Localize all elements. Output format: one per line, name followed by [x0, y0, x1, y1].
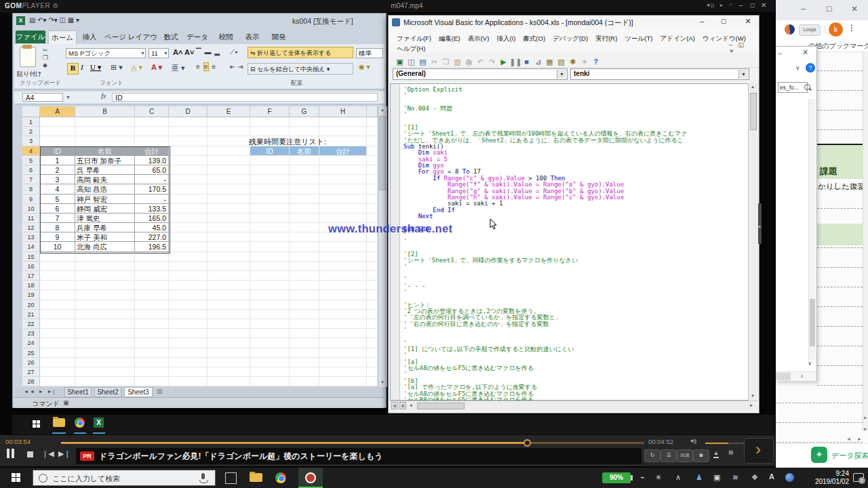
- extension-icon[interactable]: [785, 24, 795, 35]
- chevron-down-icon[interactable]: ∨: [808, 360, 812, 367]
- currency-icon: ◉ ▾: [359, 63, 370, 70]
- scroll-up-icon[interactable]: ▲: [863, 415, 867, 420]
- task-view-icon[interactable]: [225, 472, 237, 484]
- minimize-icon[interactable]: –: [801, 4, 806, 14]
- scrollbar-thumb[interactable]: [810, 299, 815, 346]
- object-combo: (General) ▼: [393, 68, 568, 80]
- hscroll-thumb[interactable]: [776, 373, 791, 380]
- search-input[interactable]: es_fo...: [778, 82, 808, 93]
- col-header: G: [290, 106, 319, 117]
- battery-indicator[interactable]: 90%: [602, 472, 631, 483]
- reset-icon: ■: [521, 58, 532, 66]
- excel-cell: [75, 136, 135, 146]
- seek-handle[interactable]: [524, 439, 531, 447]
- excel-cell: [75, 281, 135, 290]
- excel-cell: 米子 美和: [75, 232, 135, 242]
- cortana-sphere-icon[interactable]: [785, 473, 794, 482]
- maximize-icon[interactable]: ▢: [826, 5, 832, 12]
- vba-menu-row1: ファイル(F)編集(E)表示(V)挿入(I)書式(O)デバッグ(D)実行(R)ツ…: [397, 31, 753, 43]
- volume-icon[interactable]: ◄)): [689, 438, 696, 444]
- panel-icon[interactable]: ⁘: [728, 2, 733, 8]
- excel-cell: 北海 尚広: [75, 242, 135, 251]
- scroll-left-icon[interactable]: ◄: [846, 436, 851, 441]
- chevron-down-icon: ▼: [163, 49, 168, 58]
- scroll-right-icon[interactable]: ►: [857, 436, 862, 441]
- subtitle-button[interactable]: SUB: [677, 449, 693, 462]
- excel-cell: [135, 252, 169, 262]
- bookmarks-label[interactable]: の他のブックマーク: [808, 41, 868, 51]
- excel-cell: [135, 290, 169, 300]
- sound-icon[interactable]: ◄)): [705, 2, 714, 8]
- ad-banner[interactable]: PR ドラゴンボールファン必見!「ドラゴンボール超」後のストーリーを楽しもう: [76, 448, 642, 464]
- chevron-down-icon[interactable]: ∨: [795, 64, 800, 71]
- gear-icon[interactable]: ⚙: [52, 2, 58, 9]
- excel-icon: ▣: [394, 58, 406, 66]
- excel-cell: [208, 262, 250, 271]
- previous-icon[interactable]: ❘◀: [42, 449, 54, 458]
- start-button[interactable]: [0, 468, 33, 488]
- onedrive-icon[interactable]: ♟: [696, 473, 703, 482]
- explore-label[interactable]: データ探索: [831, 451, 868, 461]
- panel-open-button[interactable]: ›: [744, 438, 774, 464]
- excel-cell: 65.0: [135, 165, 169, 175]
- tab-data: データ: [184, 30, 211, 43]
- close-icon[interactable]: ✕: [851, 4, 858, 14]
- clock-time: 9:24: [800, 470, 849, 478]
- excel-cell: [250, 262, 290, 271]
- seek-bar[interactable]: [61, 442, 644, 444]
- video-surface[interactable]: X ▤ ↶▾ ↷▾ ◫ ▦ ▾ ks004 [互換モード] ファイル ホーム 挿…: [0, 12, 775, 434]
- chevron-up-icon[interactable]: ∧: [675, 473, 681, 482]
- excel-cell: 6: [40, 204, 75, 214]
- panel-restore-icon[interactable]: ▭: [778, 51, 783, 56]
- explorer-icon[interactable]: [250, 473, 262, 482]
- people-icon[interactable]: ✳: [655, 473, 661, 482]
- pin-icon[interactable]: ▸: [720, 2, 723, 8]
- maximize-icon[interactable]: ▢: [750, 2, 755, 8]
- playlist-icon[interactable]: ≡: [728, 447, 734, 458]
- next-icon[interactable]: ▶❘: [58, 449, 71, 458]
- excel-cell: [75, 262, 135, 271]
- minimize-icon[interactable]: –: [739, 1, 743, 9]
- wifi-icon[interactable]: ≋: [732, 473, 738, 482]
- explore-icon[interactable]: ✦: [811, 447, 827, 463]
- panel-scrollbar[interactable]: [808, 99, 816, 361]
- excel-cell: [290, 358, 319, 367]
- capture-icon[interactable]: ◙: [693, 449, 709, 462]
- excel-cell: [367, 377, 378, 386]
- row-header: 19: [22, 290, 40, 300]
- ime-a-icon[interactable]: A: [769, 472, 774, 481]
- mic-icon[interactable]: [201, 473, 205, 479]
- close-icon[interactable]: ✕: [761, 1, 766, 9]
- gom-titlebar[interactable]: GOMPLAYER ⚙ m047.mp4 ◄)) ▸ ⁘ – ▢ ✕: [0, 0, 775, 12]
- equalizer-icon[interactable]: ☰: [660, 449, 677, 462]
- right-table-label: 残業時間要注意リスト:: [249, 137, 326, 147]
- excel-cell: [319, 377, 367, 386]
- avatar[interactable]: k: [829, 22, 843, 37]
- chevron-right-icon[interactable]: ›: [801, 372, 803, 380]
- sheet-scrollbar[interactable]: [863, 52, 868, 431]
- excel-cell: [135, 127, 169, 136]
- excel-cell: [169, 204, 208, 214]
- gom-taskbar-button[interactable]: [298, 468, 323, 488]
- excel-cell: [169, 348, 208, 358]
- excel-cell: [250, 242, 290, 251]
- stop-icon[interactable]: [27, 451, 33, 458]
- dropbox-icon[interactable]: ❖: [751, 473, 758, 482]
- excel-cell: [208, 319, 250, 329]
- pause-icon[interactable]: [7, 449, 9, 458]
- taskbar-search[interactable]: ここに入力して検索: [33, 470, 216, 486]
- scroll-down-icon[interactable]: ▼: [863, 427, 867, 432]
- extension-pill-icon[interactable]: Loops: [799, 24, 821, 36]
- row-header: 20: [22, 300, 40, 310]
- panel-close-icon[interactable]: ✕: [802, 48, 808, 57]
- clock[interactable]: 9:24 2019/01/02: [800, 470, 849, 486]
- rotate-icon[interactable]: ↻: [644, 449, 660, 462]
- eject-icon[interactable]: ▲: [713, 450, 719, 458]
- grid-row: 84高知 昌浩170.5: [22, 184, 378, 194]
- camera-icon[interactable]: ▣: [713, 473, 720, 482]
- pause-icon-bar2[interactable]: [12, 449, 14, 458]
- excel-cell: [367, 184, 378, 194]
- menu-dots-icon[interactable]: ⋮: [848, 23, 856, 33]
- active-underline: [93, 432, 105, 434]
- help-icon[interactable]: ?: [806, 63, 815, 73]
